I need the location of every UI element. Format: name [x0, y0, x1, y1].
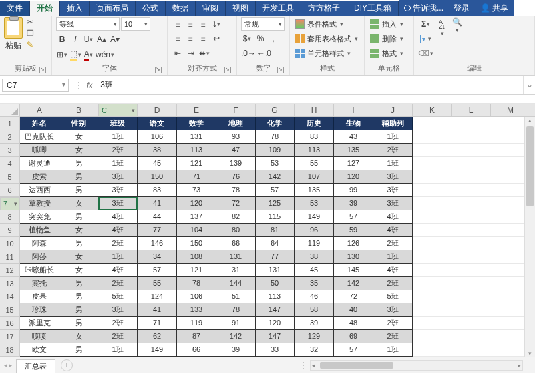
increase-font-button[interactable]: A▴: [96, 33, 108, 46]
cell[interactable]: 80: [216, 224, 256, 237]
row-header[interactable]: 16: [0, 317, 20, 330]
empty-cells[interactable]: [413, 144, 535, 157]
cell[interactable]: 男: [59, 303, 98, 317]
cell[interactable]: 59: [334, 224, 373, 237]
cell[interactable]: 147: [256, 330, 295, 343]
empty-cells[interactable]: [413, 264, 535, 277]
cell[interactable]: 47: [216, 144, 256, 157]
number-format-select[interactable]: 常规: [241, 17, 285, 31]
cell[interactable]: 41: [138, 197, 177, 210]
align-dialog-launcher[interactable]: [224, 67, 231, 73]
column-header-E[interactable]: E: [177, 104, 216, 116]
cell[interactable]: 3班: [98, 170, 138, 184]
cell[interactable]: 41: [138, 303, 177, 317]
cell[interactable]: 113: [256, 290, 295, 303]
clear-button[interactable]: ▾: [418, 47, 433, 60]
horizontal-scrollbar[interactable]: [310, 360, 523, 371]
cell[interactable]: 1班: [373, 343, 413, 357]
cell[interactable]: 34: [138, 250, 177, 264]
cell[interactable]: 派里克: [20, 317, 59, 330]
cell[interactable]: 43: [334, 130, 373, 144]
cell[interactable]: 女: [59, 144, 98, 157]
cell[interactable]: 71: [177, 170, 216, 184]
cell[interactable]: 男: [59, 343, 98, 357]
cell[interactable]: 4班: [98, 264, 138, 277]
cell[interactable]: 78: [256, 130, 295, 144]
cell[interactable]: 3班: [98, 184, 138, 197]
cell[interactable]: 149: [138, 343, 177, 357]
cell[interactable]: 129: [295, 330, 334, 343]
column-header-H[interactable]: H: [295, 104, 334, 116]
cell[interactable]: 62: [138, 330, 177, 343]
cell[interactable]: 139: [216, 157, 256, 170]
conditional-format-button[interactable]: 条件格式▾: [294, 17, 345, 31]
cell[interactable]: 124: [138, 290, 177, 303]
cell[interactable]: 135: [334, 144, 373, 157]
cell[interactable]: 男: [59, 170, 98, 184]
cell[interactable]: 120: [177, 197, 216, 210]
cell[interactable]: 呱唧: [20, 144, 59, 157]
empty-cells[interactable]: [413, 130, 535, 144]
cell[interactable]: 男: [59, 184, 98, 197]
row-header[interactable]: 14: [0, 290, 20, 303]
cell[interactable]: 137: [177, 210, 216, 224]
tab-view[interactable]: 视图: [226, 1, 256, 16]
cell[interactable]: 57: [256, 184, 295, 197]
vertical-scroll-thumb[interactable]: [526, 126, 534, 206]
cell[interactable]: 39: [334, 197, 373, 210]
cell[interactable]: 38: [295, 250, 334, 264]
column-header-C[interactable]: C: [98, 104, 138, 117]
cell[interactable]: 72: [216, 197, 256, 210]
fx-button[interactable]: fx: [87, 81, 92, 90]
cell[interactable]: 1班: [98, 130, 138, 144]
cell[interactable]: 73: [177, 184, 216, 197]
empty-cells[interactable]: [413, 250, 535, 264]
cell[interactable]: 106: [177, 290, 216, 303]
italic-button[interactable]: I: [69, 33, 81, 46]
cell[interactable]: 喷喷: [20, 330, 59, 343]
cell[interactable]: 女: [59, 197, 98, 210]
orientation-button[interactable]: ⤵▾: [210, 17, 222, 31]
cell[interactable]: 99: [334, 184, 373, 197]
cell[interactable]: 145: [334, 264, 373, 277]
cell[interactable]: 107: [295, 170, 334, 184]
format-painter-button[interactable]: [27, 40, 36, 49]
decrease-indent-button[interactable]: ⇤: [172, 47, 184, 60]
accounting-format-button[interactable]: $▾: [241, 32, 253, 45]
cell[interactable]: 2班: [373, 237, 413, 250]
cell[interactable]: 5班: [373, 290, 413, 303]
cell[interactable]: 147: [256, 303, 295, 317]
cell[interactable]: 115: [256, 210, 295, 224]
cell[interactable]: 57: [138, 264, 177, 277]
cell[interactable]: 咔嚓船长: [20, 264, 59, 277]
cell[interactable]: 女: [59, 250, 98, 264]
number-dialog-launcher[interactable]: [277, 67, 284, 73]
cell[interactable]: 4班: [98, 224, 138, 237]
column-header-K[interactable]: K: [413, 104, 452, 116]
table-format-button[interactable]: 套用表格格式▾: [294, 32, 359, 45]
cell[interactable]: 生物: [334, 117, 373, 130]
cell[interactable]: 142: [216, 330, 256, 343]
empty-cells[interactable]: [413, 317, 535, 330]
increase-decimal-button[interactable]: .0→: [241, 47, 256, 60]
format-cells-button[interactable]: 格式▾: [369, 47, 405, 60]
cell[interactable]: 女: [59, 330, 98, 343]
cell[interactable]: 突突兔: [20, 210, 59, 224]
align-right-button[interactable]: ≡: [197, 32, 209, 45]
cell[interactable]: 93: [216, 130, 256, 144]
cell[interactable]: 男: [59, 237, 98, 250]
column-header-A[interactable]: A: [20, 104, 59, 116]
border-button[interactable]: ⊞▾: [56, 48, 68, 61]
cell[interactable]: 55: [295, 157, 334, 170]
cell[interactable]: 55: [138, 277, 177, 290]
sheet-tab-nav[interactable]: ◂▸: [0, 361, 16, 369]
column-header-L[interactable]: L: [452, 104, 491, 116]
vertical-scrollbar[interactable]: [524, 117, 535, 357]
cell[interactable]: 3班: [373, 170, 413, 184]
cell[interactable]: 78: [177, 277, 216, 290]
cell[interactable]: 45: [295, 264, 334, 277]
cell[interactable]: 77: [138, 224, 177, 237]
empty-cells[interactable]: [413, 197, 535, 210]
cell[interactable]: 45: [138, 157, 177, 170]
cell[interactable]: 1班: [373, 130, 413, 144]
